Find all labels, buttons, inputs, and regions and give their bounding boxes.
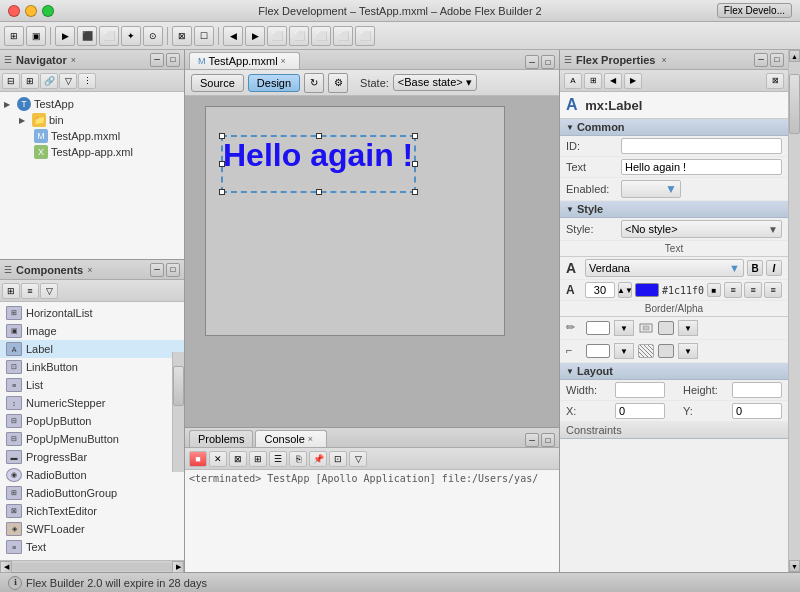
toolbar-btn-7[interactable]: ⊠ — [172, 26, 192, 46]
prob-btn-4[interactable]: ⊞ — [249, 451, 267, 467]
handle-br[interactable] — [412, 189, 418, 195]
constraints-section-header[interactable]: Constraints — [560, 422, 788, 439]
navigator-close-icon[interactable]: × — [71, 55, 76, 65]
border-color-box-3[interactable] — [586, 344, 610, 358]
nav-link-btn[interactable]: 🔗 — [40, 73, 58, 89]
common-section-header[interactable]: ▼ Common — [560, 119, 788, 136]
italic-button[interactable]: I — [766, 260, 782, 276]
console-tab[interactable]: Console × — [255, 430, 326, 447]
border-dropdown-1[interactable]: ▼ — [614, 320, 634, 336]
scroll-up-arrow[interactable]: ▲ — [789, 50, 800, 62]
prob-stop-btn[interactable]: ■ — [189, 451, 207, 467]
tree-item-bin[interactable]: ▶ 📁 bin — [4, 112, 180, 128]
enabled-select[interactable]: ▼ — [621, 180, 681, 198]
editor-tab-close-icon[interactable]: × — [281, 56, 291, 66]
toolbar-btn-11[interactable]: ⬜ — [311, 26, 331, 46]
border-color-box-4[interactable] — [658, 344, 674, 358]
comp-scrollbar[interactable] — [172, 352, 184, 472]
toolbar-btn-2[interactable]: ▣ — [26, 26, 46, 46]
prob-min-btn[interactable]: ─ — [525, 433, 539, 447]
width-input[interactable] — [615, 382, 665, 398]
style-dropdown[interactable]: <No style> ▼ — [621, 220, 782, 238]
props-toolbar-btn-1[interactable]: A — [564, 73, 582, 89]
comp-toolbar-btn-2[interactable]: ≡ — [21, 283, 39, 299]
editor-max-btn[interactable]: □ — [541, 55, 555, 69]
props-toolbar-btn-5[interactable]: ⊠ — [766, 73, 784, 89]
comp-item-horizontallist[interactable]: ⊞ HorizontalList — [0, 304, 184, 322]
design-button[interactable]: Design — [248, 74, 300, 92]
editor-tab-testapp[interactable]: M TestApp.mxml × — [189, 52, 300, 69]
comp-item-text[interactable]: ≡ Text — [0, 538, 184, 556]
close-button[interactable] — [8, 5, 20, 17]
comp-item-richtexteditor[interactable]: ⊠ RichTextEditor — [0, 502, 184, 520]
bold-button[interactable]: B — [747, 260, 763, 276]
comp-item-numericstepper[interactable]: ↕ NumericStepper — [0, 394, 184, 412]
flex-props-max-btn[interactable]: □ — [770, 53, 784, 67]
toolbar-btn-4[interactable]: ⬜ — [99, 26, 119, 46]
color-swatch[interactable] — [635, 283, 659, 297]
comp-toolbar-btn-3[interactable]: ▽ — [40, 283, 58, 299]
comp-item-radiobutton[interactable]: ◉ RadioButton — [0, 466, 184, 484]
comp-scrollbar-thumb[interactable] — [173, 366, 184, 406]
right-scrollbar[interactable]: ▲ ▼ — [788, 50, 800, 572]
prob-btn-8[interactable]: ▽ — [349, 451, 367, 467]
toolbar-btn-5[interactable]: ✦ — [121, 26, 141, 46]
comp-max-btn[interactable]: □ — [166, 263, 180, 277]
toolbar-back-btn[interactable]: ◀ — [223, 26, 243, 46]
problems-tab[interactable]: Problems — [189, 430, 253, 447]
prob-removeall-btn[interactable]: ⊠ — [229, 451, 247, 467]
console-tab-close-icon[interactable]: × — [308, 434, 318, 444]
toolbar-fwd-btn[interactable]: ▶ — [245, 26, 265, 46]
comp-close-icon[interactable]: × — [87, 265, 92, 275]
tree-item-testapp-mxml[interactable]: M TestApp.mxml — [4, 128, 180, 144]
toolbar-btn-3[interactable]: ⬛ — [77, 26, 97, 46]
comp-item-linkbutton[interactable]: ⊡ LinkButton — [0, 358, 184, 376]
props-toolbar-btn-4[interactable]: ▶ — [624, 73, 642, 89]
comp-item-progressbar[interactable]: ▬ ProgressBar — [0, 448, 184, 466]
nav-expand-btn[interactable]: ⊞ — [21, 73, 39, 89]
id-input[interactable] — [621, 138, 782, 154]
prob-btn-5[interactable]: ☰ — [269, 451, 287, 467]
comp-min-btn[interactable]: ─ — [150, 263, 164, 277]
x-input[interactable] — [615, 403, 665, 419]
prob-remove-btn[interactable]: ✕ — [209, 451, 227, 467]
tree-item-testapp-app-xml[interactable]: X TestApp-app.xml — [4, 144, 180, 160]
hello-label[interactable]: Hello again ! — [223, 137, 413, 174]
toolbar-run-btn[interactable]: ▶ — [55, 26, 75, 46]
nav-collapse-btn[interactable]: ⊟ — [2, 73, 20, 89]
comp-item-popupmenubutton[interactable]: ⊟ PopUpMenuButton — [0, 430, 184, 448]
comp-item-label[interactable]: A Label — [0, 340, 184, 358]
comp-item-radiobuttongroup[interactable]: ⊞ RadioButtonGroup — [0, 484, 184, 502]
align-center-button[interactable]: ≡ — [744, 282, 762, 298]
scroll-thumb[interactable] — [789, 74, 800, 134]
toolbar-btn-1[interactable]: ⊞ — [4, 26, 24, 46]
font-size-stepper[interactable]: ▲▼ — [618, 282, 632, 298]
handle-bm[interactable] — [316, 189, 322, 195]
navigator-max-btn[interactable]: □ — [166, 53, 180, 67]
border-dropdown-3[interactable]: ▼ — [614, 343, 634, 359]
style-section-header[interactable]: ▼ Style — [560, 201, 788, 218]
toolbar-btn-10[interactable]: ⬜ — [289, 26, 309, 46]
height-input[interactable] — [732, 382, 782, 398]
comp-toolbar-btn-1[interactable]: ⊞ — [2, 283, 20, 299]
prob-btn-7[interactable]: ⊡ — [329, 451, 347, 467]
color-picker-button[interactable]: ■ — [707, 283, 721, 297]
scroll-down-arrow[interactable]: ▼ — [789, 560, 800, 572]
comp-item-list[interactable]: ≡ List — [0, 376, 184, 394]
text-input[interactable] — [621, 159, 782, 175]
maximize-button[interactable] — [42, 5, 54, 17]
tree-item-testapp[interactable]: ▶ T TestApp — [4, 96, 180, 112]
minimize-button[interactable] — [25, 5, 37, 17]
handle-bl[interactable] — [219, 189, 225, 195]
left-panel-hscrollbar[interactable]: ◀ ▶ — [0, 560, 184, 572]
y-input[interactable] — [732, 403, 782, 419]
toolbar-btn-9[interactable]: ⬜ — [267, 26, 287, 46]
layout-section-header[interactable]: ▼ Layout — [560, 363, 788, 380]
flex-props-close-icon[interactable]: × — [661, 55, 666, 65]
settings-button[interactable]: ⚙ — [328, 73, 348, 93]
border-dropdown-4[interactable]: ▼ — [678, 343, 698, 359]
source-button[interactable]: Source — [191, 74, 244, 92]
toolbar-btn-6[interactable]: ⊙ — [143, 26, 163, 46]
align-right-button[interactable]: ≡ — [764, 282, 782, 298]
align-left-button[interactable]: ≡ — [724, 282, 742, 298]
